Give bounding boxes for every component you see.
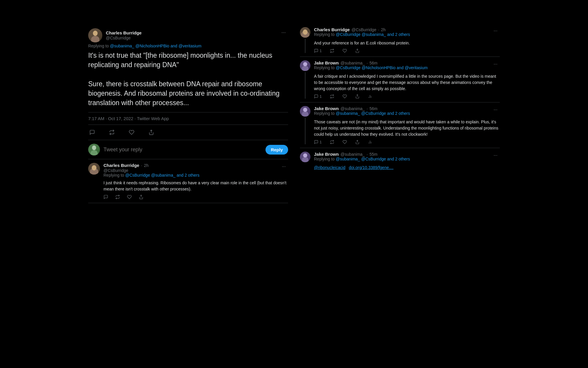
r2-actions: 1 [314, 94, 500, 99]
r2-retweet-button[interactable] [330, 94, 334, 99]
sub-tweet-text: I just think it needs rephrasing. Riboso… [103, 180, 288, 192]
sub-comment-button[interactable] [103, 195, 108, 199]
r2-tweet-text: A fair critique and I acknowledged I ove… [314, 73, 500, 92]
r3-reply-to-links[interactable]: @subanima_ @CsBurridge and 2 others [336, 111, 410, 116]
sub-user-name: Charles Burridge [103, 163, 139, 168]
r4-reply-to-links[interactable]: @subanima_ @CsBurridge and 2 others [336, 157, 410, 161]
main-user-name: Charles Burridge [106, 30, 142, 35]
sub-reply-to-line: Replying to @CsBurridge @subanima_ and 2… [103, 173, 288, 178]
r4-tweet-time: 55m [370, 152, 377, 157]
avatar-jake-r3 [300, 106, 310, 117]
r3-tweet-time: 56m [370, 106, 377, 111]
r4-tweet-text: @ribonucleicacid doi.org/10.3389/fgene..… [314, 165, 500, 171]
r1-share-button[interactable] [355, 49, 360, 53]
main-tweet-text: It's is not true that "[the ribosome] mo… [88, 51, 288, 107]
avatar-jake-r4 [300, 152, 310, 162]
thread-item-2: Jake Brown @subanima_ · 56m Replying to … [300, 57, 500, 102]
r2-user-name: Jake Brown [314, 60, 339, 65]
r1-more-button[interactable]: ··· [491, 27, 500, 35]
r2-tweet-time: 56m [370, 61, 377, 65]
r4-link-mention[interactable]: @ribonucleicacid [314, 165, 345, 170]
r2-reply-to-links[interactable]: @CsBurridge @NicholsonHPBio and @veritas… [336, 65, 428, 70]
main-like-button[interactable] [128, 128, 136, 136]
r2-like-button[interactable] [343, 94, 347, 99]
r3-chart-button[interactable] [368, 140, 372, 144]
avatar-jake-r2 [300, 60, 310, 71]
r3-user-handle: @subanima_ [340, 106, 365, 111]
r1-tweet-time: 2h [381, 27, 386, 32]
avatar-reply [88, 144, 100, 155]
r2-share-button[interactable] [355, 94, 360, 99]
r1-retweet-button[interactable] [330, 49, 334, 53]
r2-reply-to: Replying to @CsBurridge @NicholsonHPBio … [314, 65, 428, 70]
right-thread: Charles Burridge @CsBurridge · 2h Replyi… [300, 24, 500, 177]
sub-tweet-time: 2h [144, 163, 149, 168]
avatar-charles-r1 [300, 27, 310, 38]
reply-box: Reply [88, 140, 288, 159]
r1-actions: 1 [314, 49, 500, 53]
sub-retweet-button[interactable] [115, 195, 120, 199]
r3-more-button[interactable]: ··· [491, 106, 500, 114]
r2-user-handle: @subanima_ [340, 61, 365, 65]
r3-comment-button[interactable]: 1 [314, 140, 322, 144]
r4-reply-to: Replying to @subanima_ @CsBurridge and 2… [314, 157, 410, 161]
r3-user-name: Jake Brown [314, 106, 339, 111]
sub-like-button[interactable] [127, 195, 132, 199]
sub-tweet-more-button[interactable]: ··· [280, 163, 288, 170]
main-reply-to-line: Replying to @subanima_ @NicholsonHPBio a… [88, 44, 288, 48]
main-tweet-header: Charles Burridge @CsBurridge ··· [88, 28, 288, 42]
r1-user-handle: @CsBurridge [352, 27, 376, 32]
main-tweet-more-button[interactable]: ··· [279, 28, 288, 37]
main-reply-to-links[interactable]: @subanima_ @NicholsonHPBio and @veritasi… [110, 44, 201, 48]
r3-actions: 1 [314, 140, 500, 144]
r1-tweet-text: And your reference is for an E.coli ribo… [314, 40, 500, 46]
r2-comment-count: 1 [320, 94, 322, 99]
r3-tweet-text: Those caveats are not (in my mind) that … [314, 119, 500, 137]
r4-user-name: Jake Brown [314, 152, 339, 157]
r1-comment-count: 1 [320, 49, 322, 53]
reply-submit-button[interactable]: Reply [265, 145, 288, 155]
r2-comment-button[interactable]: 1 [314, 94, 322, 99]
reply-input[interactable] [103, 147, 262, 153]
main-share-button[interactable] [147, 128, 155, 136]
r4-user-handle: @subanima_ [340, 152, 365, 157]
r3-like-button[interactable] [343, 140, 347, 144]
main-comment-button[interactable] [88, 128, 96, 136]
r1-reply-to: Replying to @CsBurridge @subanima_ and 2… [314, 32, 410, 37]
avatar-charles-main [88, 28, 102, 42]
sub-tweet-card: Charles Burridge · 2h @CsBurridge ··· Re… [88, 159, 288, 203]
main-tweet-meta: 7:17 AM · Oct 17, 2022 · Twitter Web App [88, 112, 288, 125]
r3-reply-to: Replying to @subanima_ @CsBurridge and 2… [314, 111, 410, 116]
sub-reply-to-links[interactable]: @CsBurridge @subanima_ and 2 others [125, 173, 200, 178]
r3-comment-count: 1 [320, 140, 322, 144]
r3-retweet-button[interactable] [330, 140, 334, 144]
main-retweet-button[interactable] [108, 128, 116, 136]
r1-reply-to-links[interactable]: @CsBurridge @subanima_ and 2 others [336, 32, 410, 37]
main-user-handle: @CsBurridge [106, 36, 142, 40]
thread-item-3: Jake Brown @subanima_ · 56m Replying to … [300, 102, 500, 148]
r4-link-doi[interactable]: doi.org/10.3389/fgene.... [349, 165, 394, 170]
sub-share-button[interactable] [139, 195, 143, 199]
sub-tweet-actions [103, 195, 288, 199]
r4-more-button[interactable]: ··· [491, 152, 500, 159]
r1-comment-button[interactable]: 1 [314, 49, 322, 53]
sub-user-handle: @CsBurridge [103, 168, 148, 173]
avatar-charles-sub [88, 163, 100, 175]
r2-chart-button[interactable] [368, 94, 372, 99]
r2-more-button[interactable]: ··· [491, 60, 500, 68]
r1-like-button[interactable] [343, 49, 347, 53]
thread-item-1: Charles Burridge @CsBurridge · 2h Replyi… [300, 24, 500, 57]
r1-user-name: Charles Burridge [314, 27, 350, 32]
r3-share-button[interactable] [355, 140, 360, 144]
main-tweet-actions [88, 125, 288, 140]
thread-item-4: Jake Brown @subanima_ · 55m Replying to … [300, 148, 500, 177]
